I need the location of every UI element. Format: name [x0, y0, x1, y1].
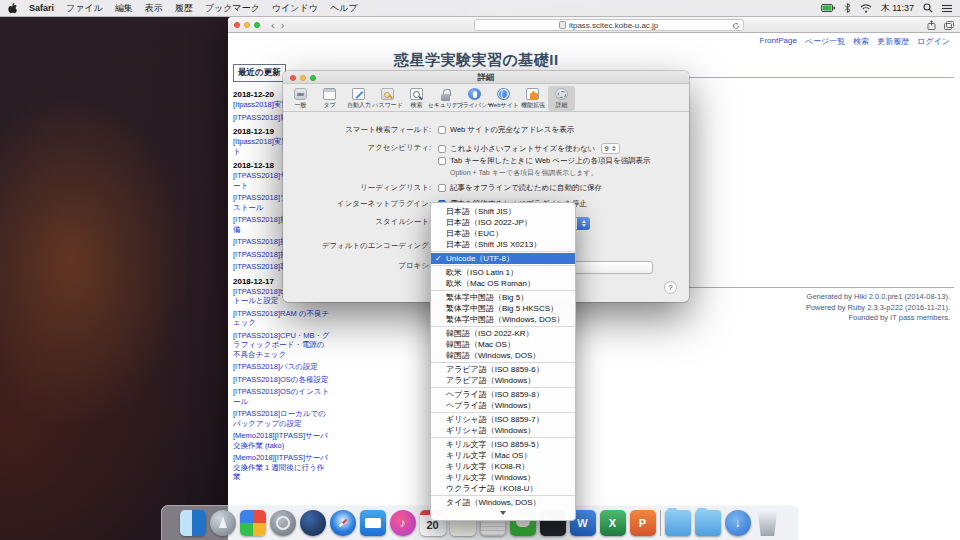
menu-item[interactable]: 韓国語（ISO 2022-KR）: [431, 328, 575, 339]
mail[interactable]: [360, 510, 386, 536]
launchpad[interactable]: [210, 510, 236, 536]
prefs-tab-general[interactable]: 一般: [287, 86, 314, 111]
prefs-tab-autofill[interactable]: 自動入力: [345, 86, 372, 111]
globe-icon: [497, 88, 510, 100]
offline-save-checkbox[interactable]: [438, 184, 446, 192]
menu-item[interactable]: 韓国語（Windows, DOS）: [431, 350, 575, 361]
bluetooth-icon[interactable]: [844, 3, 851, 13]
system-preferences[interactable]: [270, 510, 296, 536]
close-button[interactable]: [234, 22, 240, 28]
toolbar-actions: [927, 16, 954, 34]
menu-bar-item[interactable]: Safari: [29, 3, 54, 13]
itunes[interactable]: [390, 510, 416, 536]
menu-group-items: 欧米（ISO Latin 1）欧米（Mac OS Roman）: [431, 267, 575, 289]
menu-item[interactable]: 繁体字中国語（Big 5）: [431, 292, 575, 303]
page-nav-link[interactable]: ページ一覧: [805, 36, 845, 47]
page-nav-link[interactable]: FrontPage: [760, 36, 797, 47]
menu-bar-clock[interactable]: 木 11:37: [881, 2, 914, 15]
page-nav-link[interactable]: 検索: [853, 36, 869, 47]
menu-item[interactable]: Unicode（UTF-8）: [431, 253, 575, 264]
separator[interactable]: [660, 510, 661, 536]
menu-item[interactable]: キリル文字（KOI8-R）: [431, 461, 575, 472]
menu-bar-item[interactable]: 履歴: [175, 2, 193, 15]
key-icon: [381, 88, 394, 100]
page-nav-link[interactable]: ログイン: [917, 36, 950, 47]
finder[interactable]: [180, 510, 206, 536]
prefs-tab-search[interactable]: 検索: [403, 86, 430, 111]
menu-item[interactable]: ウクライナ語（KOI8-U）: [431, 483, 575, 494]
prefs-tab-websites[interactable]: Webサイト: [490, 86, 517, 111]
menu-item[interactable]: 欧米（Mac OS Roman）: [431, 278, 575, 289]
menu-item[interactable]: キリル文字（Windows）: [431, 472, 575, 483]
show-full-address-checkbox[interactable]: [438, 126, 446, 134]
menu-item[interactable]: 日本語（Shift JIS）: [431, 206, 575, 217]
page-nav-link[interactable]: 更新履歴: [877, 36, 909, 47]
prefs-tab-extensions[interactable]: 機能拡張: [519, 86, 546, 111]
tab-highlight-checkbox[interactable]: [438, 157, 446, 165]
downloads[interactable]: [725, 510, 751, 536]
sidebar-link[interactable]: [Memo2018][ITPASS]サーバ交換作業 1 週間後に行う作業: [233, 453, 330, 482]
prefs-tab-tabs[interactable]: タブ: [316, 86, 343, 111]
back-button[interactable]: ‹: [268, 20, 278, 30]
forward-button[interactable]: ›: [278, 20, 288, 30]
sidebar-link[interactable]: [ITPASS2018]RAM の不良チェック: [233, 309, 330, 328]
prefs-tab-privacy[interactable]: プライバシー: [461, 86, 488, 111]
zoom-button[interactable]: [254, 22, 260, 28]
powerpoint[interactable]: P: [630, 510, 656, 536]
menu-item[interactable]: 日本語（Shift JIS X0213）: [431, 239, 575, 250]
page-title: 惑星学実験実習の基礎II: [394, 51, 559, 70]
menu-item[interactable]: ギリシャ語（ISO 8859-7）: [431, 414, 575, 425]
reload-icon[interactable]: [732, 22, 740, 32]
font-size-popup[interactable]: 9: [601, 143, 620, 154]
min-font-size-checkbox[interactable]: [438, 145, 446, 153]
notification-center-icon[interactable]: [942, 4, 952, 13]
menu-item[interactable]: 繁体字中国語（Windows, DOS）: [431, 314, 575, 325]
folder-applications[interactable]: [665, 510, 691, 536]
menu-item[interactable]: タイ語（Windows, DOS）: [431, 497, 575, 508]
apple-menu-icon[interactable]: [8, 3, 17, 14]
tab-overview-icon[interactable]: [944, 16, 954, 34]
sidebar-link[interactable]: [ITPASS2018]パスの設定: [233, 362, 330, 372]
app-grid[interactable]: [240, 510, 266, 536]
sidebar-link[interactable]: [ITPASS2018]ローカルでのバックアップの設定: [233, 409, 330, 428]
share-icon[interactable]: [927, 16, 936, 34]
menu-bar-item[interactable]: ファイル: [66, 2, 103, 15]
menu-bar-item[interactable]: 編集: [115, 2, 133, 15]
menu-item[interactable]: ヘブライ語（Windows）: [431, 400, 575, 411]
sidebar-link[interactable]: [ITPASS2018]CPU・MB・グラフィックボード・電源の不具合チェック: [233, 331, 330, 360]
minimize-button[interactable]: [244, 22, 250, 28]
sidebar-link[interactable]: [ITPASS2018]OSの各種設定: [233, 375, 330, 385]
menu-item[interactable]: ギリシャ語（Windows）: [431, 425, 575, 436]
battery-icon[interactable]: [821, 4, 835, 12]
menu-group: 繁体字中国語（Big 5）繁体字中国語（Big 5 HKSCS）繁体字中国語（W…: [431, 290, 575, 325]
trash[interactable]: [755, 510, 781, 536]
sidebar-link[interactable]: [Memo2018][ITPASS]サーバ交換作業 (tako): [233, 431, 330, 450]
wifi-icon[interactable]: [860, 4, 872, 13]
menu-item[interactable]: ヘブライ語（ISO 8859-8）: [431, 389, 575, 400]
prefs-tab-passwords[interactable]: パスワード: [374, 86, 401, 111]
prefs-tab-security[interactable]: セキュリティ: [432, 86, 459, 111]
menu-item[interactable]: アラビア語（Windows）: [431, 375, 575, 386]
menu-item[interactable]: キリル文字（ISO 8859-5）: [431, 439, 575, 450]
safari[interactable]: [330, 510, 356, 536]
menu-bar-item[interactable]: ウインドウ: [272, 2, 318, 15]
menu-item[interactable]: アラビア語（ISO 8859-6）: [431, 364, 575, 375]
menu-item[interactable]: 繁体字中国語（Big 5 HKSCS）: [431, 303, 575, 314]
help-button[interactable]: ?: [664, 281, 677, 294]
spotlight-icon[interactable]: [923, 3, 933, 13]
menu-item[interactable]: 日本語（EUC）: [431, 228, 575, 239]
menu-item[interactable]: 日本語（ISO 2022-JP）: [431, 217, 575, 228]
menu-bar-item[interactable]: 表示: [145, 2, 163, 15]
menu-item[interactable]: 欧米（ISO Latin 1）: [431, 267, 575, 278]
browser-dark[interactable]: [300, 510, 326, 536]
prefs-tab-advanced[interactable]: 詳細: [548, 86, 575, 111]
menu-bar-item[interactable]: ヘルプ: [330, 2, 358, 15]
menu-item[interactable]: 韓国語（Mac OS）: [431, 339, 575, 350]
menu-bar-item[interactable]: ブックマーク: [205, 2, 260, 15]
excel[interactable]: X: [600, 510, 626, 536]
folder-documents[interactable]: [695, 510, 721, 536]
menu-scroll-down[interactable]: [431, 508, 575, 517]
sidebar-link[interactable]: [ITPASS2018]OSのインストール: [233, 387, 330, 406]
address-bar[interactable]: itpass.scitec.kobe-u.ac.jp: [474, 19, 744, 31]
menu-item[interactable]: キリル文字（Mac OS）: [431, 450, 575, 461]
